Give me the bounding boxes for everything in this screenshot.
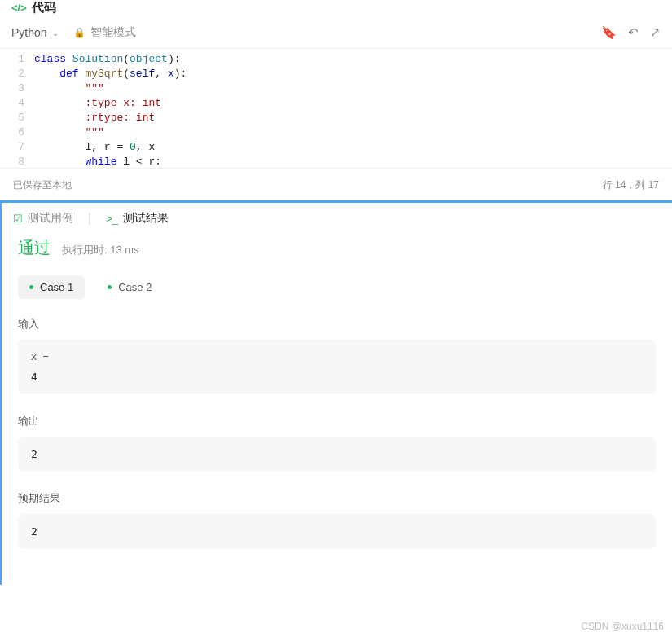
- save-status: 已保存至本地: [13, 178, 72, 192]
- line-num: 8: [0, 155, 24, 168]
- header-title: 代码: [32, 0, 56, 15]
- case-tab-1[interactable]: Case 1: [18, 275, 85, 299]
- code-line: :rtype: int: [34, 111, 672, 125]
- chevron-down-icon: ⌄: [52, 29, 59, 37]
- line-num: 3: [0, 81, 24, 96]
- code-line: """: [34, 125, 672, 140]
- mode-label: 智能模式: [90, 25, 136, 40]
- code-line: :type x: int: [34, 96, 672, 111]
- status-dot-icon: [29, 285, 33, 289]
- code-editor[interactable]: 1 2 3 4 5 6 7 8 class Solution(object): …: [0, 49, 672, 168]
- checklist-icon: ☑: [13, 213, 23, 225]
- code-icon: </>: [11, 2, 27, 14]
- result-panel: ☑ 测试用例 | >_ 测试结果 通过 执行用时: 13 ms Case 1 C…: [0, 200, 672, 585]
- expand-icon[interactable]: ⤢: [650, 25, 661, 40]
- bookmark-icon[interactable]: 🔖: [601, 25, 617, 40]
- line-num: 4: [0, 96, 24, 111]
- input-value: 4: [31, 371, 643, 383]
- output-box: 2: [18, 437, 656, 472]
- panel-tabs: ☑ 测试用例 | >_ 测试结果: [2, 203, 672, 237]
- watermark: CSDN @xuxu1116: [581, 621, 664, 632]
- mode-info: 🔒 智能模式: [73, 25, 136, 40]
- output-value: 2: [31, 448, 37, 460]
- code-line: """: [34, 81, 672, 96]
- status-bar: 已保存至本地 行 14，列 17: [0, 168, 672, 200]
- code-line: l, r = 0, x: [34, 140, 672, 155]
- tab-testcase[interactable]: ☑ 测试用例: [13, 211, 73, 226]
- undo-icon[interactable]: ↶: [628, 25, 639, 40]
- language-select[interactable]: Python ⌄: [11, 26, 59, 39]
- toolbar-right: 🔖 ↶ ⤢: [601, 25, 661, 40]
- line-gutter: 1 2 3 4 5 6 7 8: [0, 52, 34, 160]
- case-label: Case 2: [118, 281, 152, 293]
- lock-icon: 🔒: [73, 27, 86, 38]
- result-header: 通过 执行用时: 13 ms: [18, 237, 656, 259]
- code-line: def mySqrt(self, x):: [34, 67, 672, 81]
- line-num: 5: [0, 111, 24, 125]
- line-num: 7: [0, 140, 24, 155]
- pass-status: 通过: [18, 237, 51, 259]
- tab-result[interactable]: >_ 测试结果: [106, 211, 169, 226]
- code-line: while l < r:: [34, 155, 672, 168]
- output-label: 输出: [18, 414, 656, 428]
- language-label: Python: [11, 26, 47, 39]
- terminal-icon: >_: [106, 213, 118, 225]
- runtime-text: 执行用时: 13 ms: [62, 243, 139, 257]
- expected-label: 预期结果: [18, 491, 656, 506]
- code-line: class Solution(object):: [34, 52, 672, 67]
- code-header: </> 代码: [0, 0, 672, 20]
- case-tabs: Case 1 Case 2: [18, 275, 656, 299]
- cursor-position: 行 14，列 17: [603, 178, 659, 192]
- editor-toolbar: Python ⌄ 🔒 智能模式 🔖 ↶ ⤢: [0, 20, 672, 49]
- tab-separator: |: [88, 211, 91, 226]
- result-area: 通过 执行用时: 13 ms Case 1 Case 2 输入 x = 4 输出…: [2, 237, 672, 585]
- line-num: 6: [0, 125, 24, 140]
- tab-label: 测试用例: [28, 211, 73, 226]
- expected-box: 2: [18, 514, 656, 549]
- code-content[interactable]: class Solution(object): def mySqrt(self,…: [34, 52, 672, 160]
- expected-value: 2: [31, 525, 37, 538]
- status-dot-icon: [108, 285, 112, 289]
- case-tab-2[interactable]: Case 2: [96, 275, 163, 299]
- input-box: x = 4: [18, 340, 656, 394]
- line-num: 1: [0, 52, 24, 67]
- input-var: x =: [31, 351, 643, 362]
- toolbar-left: Python ⌄ 🔒 智能模式: [11, 25, 136, 40]
- input-label: 输入: [18, 317, 656, 332]
- line-num: 2: [0, 67, 24, 81]
- tab-label: 测试结果: [123, 211, 169, 226]
- case-label: Case 1: [40, 281, 73, 293]
